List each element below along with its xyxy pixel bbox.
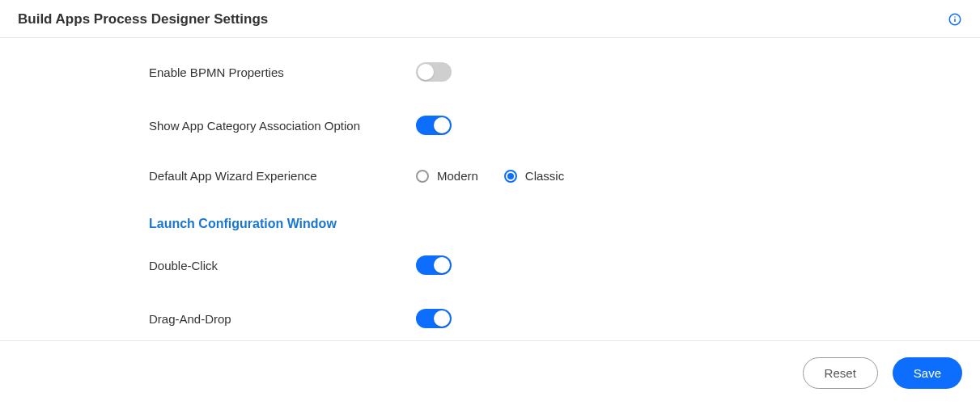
toggle-knob xyxy=(434,257,450,273)
save-button[interactable]: Save xyxy=(893,357,962,389)
radio-circle-icon xyxy=(416,170,429,183)
toggle-bpmn[interactable] xyxy=(416,62,452,82)
info-icon[interactable] xyxy=(948,12,962,27)
section-title-launch-config: Launch Configuration Window xyxy=(149,217,980,231)
toggle-double-click[interactable] xyxy=(416,255,452,275)
setting-row-wizard-experience: Default App Wizard Experience Modern Cla… xyxy=(149,169,980,183)
page-title: Build Apps Process Designer Settings xyxy=(18,11,268,27)
radio-circle-icon xyxy=(504,170,517,183)
setting-label: Default App Wizard Experience xyxy=(149,169,416,183)
radio-option-classic[interactable]: Classic xyxy=(504,169,564,183)
radio-label: Modern xyxy=(437,169,478,183)
setting-label: Show App Category Association Option xyxy=(149,119,416,133)
setting-row-app-category: Show App Category Association Option xyxy=(149,116,980,135)
toggle-knob xyxy=(418,64,434,80)
settings-content: Enable BPMN Properties Show App Category… xyxy=(0,38,980,328)
svg-point-2 xyxy=(954,16,956,18)
radio-group-wizard: Modern Classic xyxy=(416,169,564,183)
toggle-app-category[interactable] xyxy=(416,116,452,135)
setting-row-bpmn: Enable BPMN Properties xyxy=(149,62,980,82)
setting-label: Drag-And-Drop xyxy=(149,312,416,326)
toggle-knob xyxy=(434,117,450,133)
setting-label: Enable BPMN Properties xyxy=(149,65,416,79)
reset-button[interactable]: Reset xyxy=(803,357,878,389)
setting-row-double-click: Double-Click xyxy=(149,255,980,275)
toggle-drag-drop[interactable] xyxy=(416,309,452,328)
page-header: Build Apps Process Designer Settings xyxy=(0,0,980,38)
radio-label: Classic xyxy=(525,169,564,183)
setting-label: Double-Click xyxy=(149,259,416,272)
radio-option-modern[interactable]: Modern xyxy=(416,169,478,183)
toggle-knob xyxy=(434,310,450,327)
page-footer: Reset Save xyxy=(0,340,980,405)
setting-row-drag-drop: Drag-And-Drop xyxy=(149,309,980,328)
